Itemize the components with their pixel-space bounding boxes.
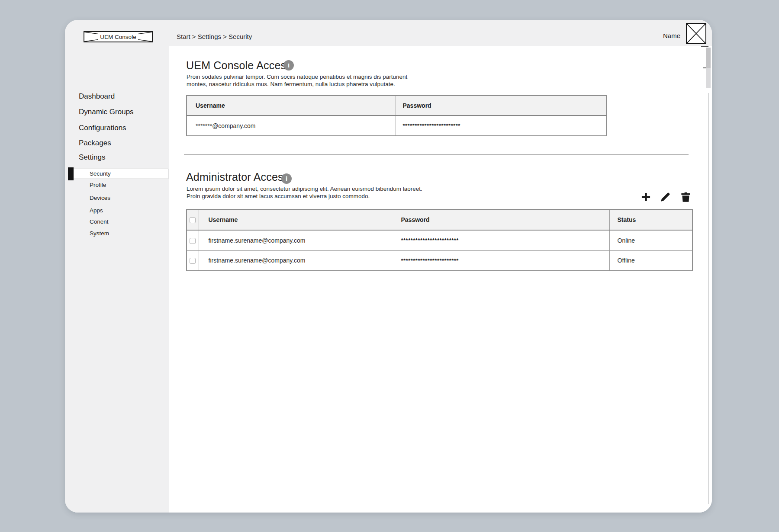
sidebar-item-system[interactable]: System: [90, 230, 109, 237]
sidebar-item-apps[interactable]: Apps: [90, 207, 103, 214]
status-cell: Offline: [609, 250, 692, 271]
logo-text: UEM Console: [98, 34, 138, 40]
table-row: *******@company.com ********************…: [187, 115, 606, 136]
scrollbar-thumb-lower[interactable]: [706, 68, 711, 88]
selected-item-indicator: [68, 167, 74, 180]
sidebar: Dashboard Dynamic Groups Configurations …: [65, 46, 169, 513]
sidebar-item-profile[interactable]: Profile: [90, 182, 106, 188]
row-checkbox[interactable]: [190, 258, 196, 264]
section-title-console-access: UEM Console Access: [186, 59, 292, 72]
password-cell: ************************: [394, 250, 609, 271]
username-cell: *******@company.com: [187, 115, 396, 136]
main-content: UEM Console Access i Proin sodales pulvi…: [169, 46, 712, 513]
info-icon[interactable]: i: [283, 60, 294, 71]
table-row: firstname.surename@company.com *********…: [187, 230, 692, 250]
description-line: Proin sodales pulvinar tempor. Cum socii…: [187, 74, 407, 81]
desktop-background: UEM Console Start > Settings > Security …: [0, 0, 779, 532]
row-select-cell: [187, 250, 199, 271]
plus-icon: [640, 191, 652, 203]
avatar-x-icon: [687, 24, 705, 43]
administrator-access-table: Username Password Status firstname.suren…: [186, 209, 693, 271]
table-header-row: Username Password Status: [187, 209, 692, 230]
breadcrumb[interactable]: Start > Settings > Security: [177, 33, 252, 40]
username-cell: firstname.surename@company.com: [199, 250, 394, 271]
table-row: firstname.surename@company.com *********…: [187, 250, 692, 271]
section-description: Proin sodales pulvinar tempor. Cum socii…: [187, 74, 407, 88]
sidebar-item-security[interactable]: Security: [90, 170, 111, 177]
sidebar-item-dashboard[interactable]: Dashboard: [79, 92, 115, 101]
selected-item-highlight: [68, 169, 168, 179]
console-access-table: Username Password *******@company.com **…: [186, 95, 607, 136]
description-line: Lorem ipsum dolor sit amet, consectetur …: [187, 186, 422, 193]
app-header: UEM Console Start > Settings > Security …: [65, 20, 712, 46]
section-title-administrator-access: Administrator Access: [186, 171, 289, 183]
edit-button[interactable]: [660, 191, 671, 203]
column-header-password: Password: [396, 96, 606, 115]
column-header-status: Status: [609, 209, 692, 230]
sidebar-item-dynamic-groups[interactable]: Dynamic Groups: [79, 108, 134, 116]
app-logo: UEM Console: [84, 31, 153, 42]
avatar-placeholder[interactable]: [686, 23, 706, 44]
column-header-username: Username: [199, 209, 394, 230]
password-cell: ************************: [394, 230, 609, 250]
description-line: Proin gravida dolor sit amet lacus accum…: [187, 193, 422, 200]
scrollbar-tick: [701, 46, 708, 47]
scrollbar-thumb[interactable]: [706, 48, 711, 68]
add-button[interactable]: [640, 191, 652, 203]
info-icon[interactable]: i: [281, 173, 292, 184]
column-header-username: Username: [187, 96, 396, 115]
sidebar-item-settings[interactable]: Settings: [79, 153, 105, 162]
app-window: UEM Console Start > Settings > Security …: [65, 20, 712, 513]
user-name-label: Name: [663, 32, 680, 39]
select-all-checkbox[interactable]: [190, 217, 196, 223]
password-cell: ************************: [396, 115, 606, 136]
username-cell: firstname.surename@company.com: [199, 230, 394, 250]
scrollbar-track[interactable]: [708, 93, 708, 504]
row-select-cell: [187, 230, 199, 250]
section-description: Lorem ipsum dolor sit amet, consectetur …: [187, 186, 422, 200]
column-header-password: Password: [394, 209, 609, 230]
sidebar-item-packages[interactable]: Packages: [79, 139, 111, 147]
pencil-icon: [660, 191, 671, 203]
select-all-cell: [187, 209, 199, 230]
scrollbar-tick: [703, 67, 706, 68]
sidebar-item-devices[interactable]: Devices: [90, 195, 110, 201]
table-header-row: Username Password: [187, 96, 606, 115]
description-line: montes, nascetur ridiculus mus. Nam ferm…: [187, 81, 407, 88]
sidebar-item-configurations[interactable]: Configurations: [79, 124, 126, 132]
section-divider: [184, 154, 689, 155]
row-checkbox[interactable]: [190, 238, 196, 244]
trash-icon: [680, 191, 692, 203]
delete-button[interactable]: [680, 191, 692, 203]
sidebar-item-conent[interactable]: Conent: [90, 218, 109, 225]
status-cell: Online: [609, 230, 692, 250]
